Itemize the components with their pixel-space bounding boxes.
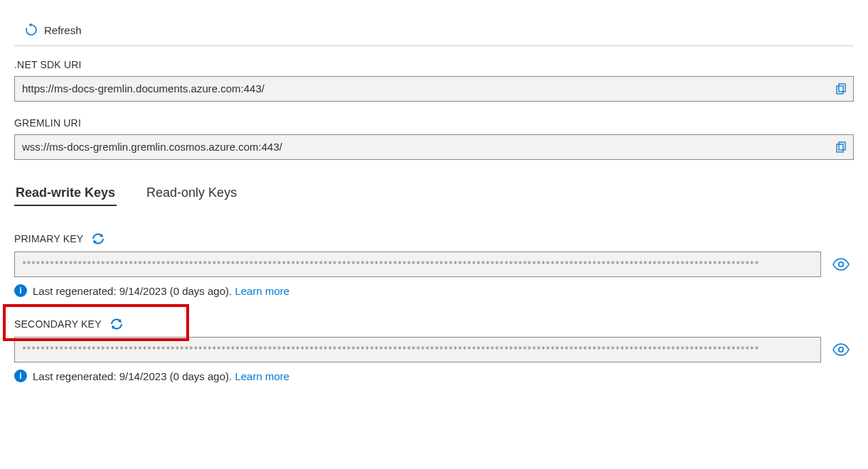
field-label: SECONDARY KEY	[14, 318, 102, 330]
copy-button[interactable]	[832, 138, 850, 156]
refresh-button[interactable]: Refresh	[20, 20, 86, 40]
svg-point-5	[839, 347, 843, 352]
regenerate-secondary-button[interactable]	[109, 317, 124, 331]
regenerate-icon	[109, 317, 124, 331]
learn-more-link[interactable]: Learn more	[235, 285, 289, 297]
tab-read-only-keys[interactable]: Read-only Keys	[145, 181, 238, 206]
field-value: https://ms-docs-gremlin.documents.azure.…	[22, 82, 264, 95]
primary-key-input[interactable]: ****************************************…	[14, 252, 821, 277]
svg-point-4	[839, 262, 843, 266]
field-label: GREMLIN URI	[14, 117, 854, 129]
toolbar: Refresh	[14, 14, 854, 46]
regenerate-primary-button[interactable]	[90, 232, 106, 246]
info-icon: i	[14, 284, 27, 297]
eye-icon	[832, 343, 850, 356]
secondary-key-section: SECONDARY KEY **************************…	[14, 317, 854, 382]
net-sdk-uri-field: .NET SDK URI https://ms-docs-gremlin.doc…	[14, 59, 854, 102]
secondary-key-input[interactable]: ****************************************…	[14, 337, 821, 362]
regen-text: Last regenerated: 9/14/2023 (0 days ago)…	[33, 370, 235, 382]
eye-icon	[832, 258, 850, 271]
masked-value: ****************************************…	[22, 343, 759, 356]
regen-text: Last regenerated: 9/14/2023 (0 days ago)…	[33, 285, 235, 297]
key-tabs: Read-write Keys Read-only Keys	[14, 181, 854, 206]
copy-icon	[835, 82, 847, 95]
primary-regen-info: i Last regenerated: 9/14/2023 (0 days ag…	[14, 284, 854, 297]
show-secondary-key-button[interactable]	[828, 337, 854, 362]
svg-rect-3	[839, 142, 845, 150]
copy-icon	[835, 141, 847, 153]
svg-rect-1	[839, 84, 845, 92]
copy-button[interactable]	[832, 80, 850, 98]
field-label: .NET SDK URI	[14, 59, 854, 70]
refresh-icon	[24, 23, 38, 37]
learn-more-link[interactable]: Learn more	[235, 370, 289, 382]
net-sdk-uri-input[interactable]: https://ms-docs-gremlin.documents.azure.…	[14, 76, 854, 102]
gremlin-uri-input[interactable]: wss://ms-docs-gremlin.gremlin.cosmos.azu…	[14, 134, 854, 160]
svg-rect-0	[837, 86, 843, 94]
gremlin-uri-field: GREMLIN URI wss://ms-docs-gremlin.gremli…	[14, 117, 854, 160]
regenerate-icon	[90, 232, 106, 246]
primary-key-section: PRIMARY KEY ****************************…	[14, 232, 854, 297]
masked-value: ****************************************…	[22, 258, 759, 271]
secondary-regen-info: i Last regenerated: 9/14/2023 (0 days ag…	[14, 370, 854, 382]
field-label: PRIMARY KEY	[14, 233, 83, 244]
field-value: wss://ms-docs-gremlin.gremlin.cosmos.azu…	[22, 141, 282, 153]
info-icon: i	[14, 370, 27, 382]
svg-rect-2	[837, 144, 843, 152]
tab-read-write-keys[interactable]: Read-write Keys	[14, 181, 117, 206]
show-primary-key-button[interactable]	[828, 252, 854, 277]
refresh-label: Refresh	[44, 24, 82, 36]
